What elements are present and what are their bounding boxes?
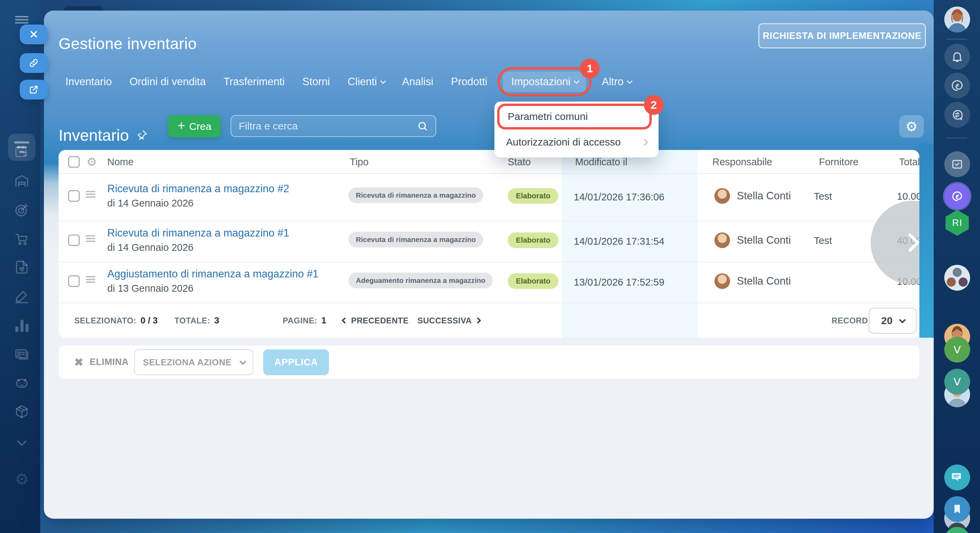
modified-date: 13/01/2026 17:52:59 [574, 277, 664, 288]
previous-page-button[interactable]: PRECEDENTE [342, 316, 409, 326]
drag-handle[interactable] [86, 274, 95, 284]
bulk-actions-bar: ✖ELIMINA SELEZIONA AZIONE APPLICA [59, 346, 920, 379]
tab-inventario[interactable]: Inventario [65, 76, 112, 88]
tab-trasferimenti[interactable]: Trasferimenti [223, 76, 285, 88]
row-checkbox[interactable] [68, 190, 80, 202]
target-icon [14, 202, 30, 218]
tab-analisi[interactable]: Analisi [402, 76, 433, 88]
status-badge: Elaborato [508, 273, 558, 289]
assistant-button[interactable] [944, 73, 970, 99]
background-strip [920, 144, 934, 338]
search-input[interactable] [239, 120, 417, 132]
divider [947, 39, 967, 40]
bookmarks-button[interactable] [944, 496, 970, 522]
tab-altro[interactable]: Altro [602, 76, 631, 88]
records-label: RECORD: [832, 316, 871, 326]
chevron-right-icon [900, 233, 920, 252]
user-avatar[interactable] [944, 6, 970, 32]
pages-label: PAGINE: [283, 316, 317, 326]
inbox-tasks-button[interactable] [944, 151, 970, 177]
tab-storni[interactable]: Storni [302, 76, 330, 88]
chat-app-button[interactable] [944, 464, 970, 490]
inbox-check-icon [951, 158, 964, 171]
avatar [714, 273, 730, 289]
drag-handle[interactable] [86, 234, 95, 243]
bell-icon [951, 50, 964, 63]
next-page-button[interactable]: SUCCESSIVA [417, 316, 480, 326]
app-title: Gestione inventario [59, 34, 197, 53]
chevron-down-icon [380, 78, 386, 84]
gear-icon: ⚙ [14, 470, 29, 488]
sidebar-item-warehouse[interactable] [12, 171, 31, 190]
table-settings-button[interactable]: ⚙ [899, 115, 924, 138]
tab-impostazioni[interactable]: Impostazioni 1 [503, 72, 586, 92]
table-row[interactable]: Ricevuta di rimanenza a magazzino #1 di … [59, 222, 920, 262]
sidebar-item-purchases[interactable] [12, 229, 31, 249]
column-header-total[interactable]: Total [899, 150, 920, 174]
chat-translate-button[interactable] [944, 102, 970, 128]
workspace-ri-badge[interactable]: RI [944, 210, 970, 236]
member-badge[interactable]: V [944, 369, 970, 395]
sidebar-item-signature[interactable] [12, 287, 31, 306]
plus-icon: + [177, 118, 185, 133]
sidebar-item-settings[interactable]: ⚙ [12, 470, 31, 489]
close-panel-button[interactable]: ✕ [20, 24, 48, 44]
modified-date: 14/01/2026 17:36:06 [574, 191, 664, 203]
column-header-responsabile[interactable]: Responsabile [712, 150, 772, 174]
sidebar-expand-chevron[interactable] [12, 432, 31, 451]
row-checkbox[interactable] [68, 235, 80, 246]
calendar-icon [14, 144, 30, 160]
sidebar-item-products[interactable] [12, 402, 31, 421]
tab-ordini-di-vendita[interactable]: Ordini di vendita [129, 76, 206, 88]
sidebar-item-analytics[interactable] [12, 316, 31, 335]
member-badge[interactable]: V [944, 337, 970, 362]
owner-name: Stella Conti [737, 275, 791, 287]
search-box[interactable] [231, 115, 436, 137]
pin-icon[interactable] [136, 126, 148, 145]
chevron-down-icon [17, 437, 27, 446]
row-checkbox[interactable] [68, 275, 80, 287]
avatar [714, 232, 730, 248]
table-row[interactable]: Aggiustamento di rimanenza a magazzino #… [59, 262, 920, 303]
select-all-checkbox[interactable] [68, 150, 80, 174]
package-icon [14, 404, 30, 420]
bar-chart-icon [15, 318, 29, 332]
implementation-request-button[interactable]: RICHIESTA DI IMPLEMENTAZIONE [758, 23, 926, 48]
chevron-left-icon [342, 317, 348, 323]
copy-link-button[interactable] [20, 53, 48, 73]
records-per-page-select[interactable]: 20 [869, 308, 917, 334]
supplier: Test [814, 191, 832, 202]
column-header-nome[interactable]: Nome [107, 150, 134, 174]
workspace-app-icon[interactable] [944, 184, 970, 209]
page-heading: Inventario [59, 126, 148, 145]
menu-item-autorizzazioni[interactable]: Autorizzazioni di accesso [495, 132, 659, 153]
table-row[interactable]: Ricevuta di rimanenza a magazzino #2 di … [59, 174, 920, 222]
sidebar-item-documents[interactable] [12, 258, 31, 277]
apply-button[interactable]: APPLICA [263, 349, 329, 375]
sidebar-item-contacts[interactable] [12, 345, 31, 364]
tab-clienti[interactable]: Clienti [348, 76, 385, 88]
row-name-link[interactable]: Ricevuta di rimanenza a magazzino #2 [107, 183, 289, 195]
sidebar-item-targets[interactable] [12, 200, 31, 219]
chevron-down-icon [899, 316, 906, 323]
row-name-link[interactable]: Ricevuta di rimanenza a magazzino #1 [107, 227, 289, 239]
row-name-link[interactable]: Aggiustamento di rimanenza a magazzino #… [107, 268, 318, 280]
sidebar-item-bot[interactable] [12, 373, 31, 392]
open-external-button[interactable] [20, 80, 48, 99]
delete-button[interactable]: ✖ELIMINA [74, 346, 129, 379]
column-settings-button[interactable]: ⚙ [86, 150, 97, 174]
notifications-button[interactable] [944, 44, 970, 70]
team-avatar-cluster[interactable] [944, 265, 970, 291]
select-action-dropdown[interactable]: SELEZIONA AZIONE [134, 349, 253, 375]
drag-handle[interactable] [86, 190, 95, 199]
total-label: TOTALE: [174, 316, 210, 326]
create-button[interactable]: + Crea [168, 115, 221, 137]
column-header-fornitore[interactable]: Fornitore [819, 150, 858, 174]
row-date: di 14 Gennaio 2026 [107, 198, 289, 209]
tab-prodotti[interactable]: Prodotti [451, 76, 487, 88]
sidebar-item-calendar[interactable] [12, 142, 31, 161]
chat-lines-icon [951, 471, 964, 484]
menu-item-parametri-comuni[interactable]: Parametri comuni 2 [497, 104, 652, 129]
column-header-tipo[interactable]: Tipo [350, 150, 368, 174]
impostazioni-dropdown-menu: Parametri comuni 2 Autorizzazioni di acc… [495, 102, 659, 158]
